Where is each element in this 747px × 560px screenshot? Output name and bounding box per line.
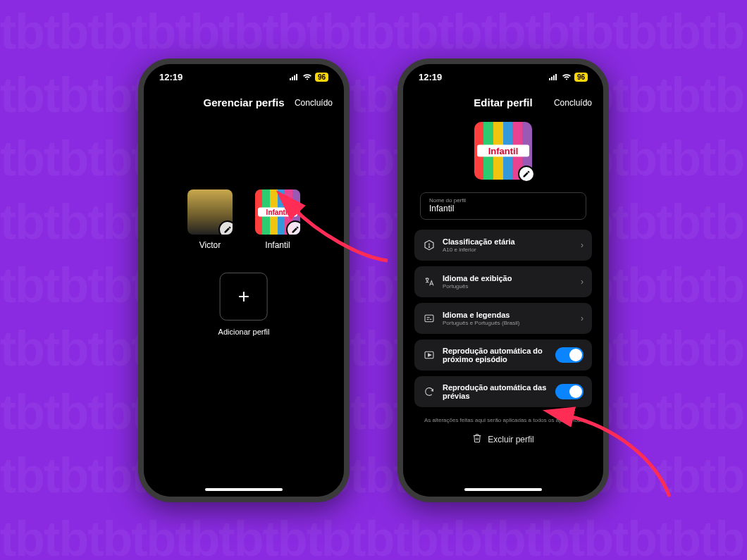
svg-rect-2 — [294, 75, 295, 80]
avatar: Infantil — [255, 189, 300, 235]
pencil-icon[interactable] — [218, 220, 233, 235]
add-profile-button[interactable]: + Adicionar perfil — [218, 273, 270, 336]
plus-icon: + — [238, 285, 249, 308]
language-icon — [423, 276, 436, 287]
status-time: 12:19 — [419, 72, 442, 82]
done-button[interactable]: Concluído — [295, 98, 333, 108]
svg-point-10 — [428, 247, 429, 247]
trash-icon — [472, 433, 482, 445]
done-button[interactable]: Concluído — [554, 98, 592, 108]
svg-marker-16 — [428, 354, 431, 356]
profile-avatar[interactable]: Infantil — [474, 122, 532, 180]
row-title: Classificação etária — [443, 237, 574, 246]
chevron-right-icon: › — [581, 277, 584, 287]
delete-profile-button[interactable]: Excluir perfil — [410, 433, 596, 445]
svg-rect-6 — [553, 75, 555, 80]
chevron-right-icon: › — [581, 313, 584, 323]
chevron-right-icon: › — [581, 240, 584, 250]
profile-victor[interactable]: Victor — [187, 189, 233, 250]
wifi-icon — [562, 72, 572, 82]
avatar-tag: Infantil — [258, 208, 297, 217]
row-subtitle: A10 e inferior — [443, 247, 574, 253]
avatar-tag: Infantil — [477, 145, 529, 157]
status-time: 12:19 — [159, 72, 183, 82]
toggle-autoplay-previews[interactable] — [555, 384, 584, 399]
profile-name-input[interactable]: Nome do perfil Infantil — [420, 192, 586, 220]
row-title: Idioma e legendas — [443, 311, 574, 319]
input-value: Infantil — [429, 204, 577, 213]
app-header: Gerenciar perfis Concluído — [144, 97, 344, 108]
footnote: As alterações feitas aqui serão aplicada… — [410, 417, 596, 423]
home-indicator[interactable] — [464, 488, 542, 491]
profile-infantil[interactable]: Infantil Infantil — [255, 189, 300, 250]
row-age-rating[interactable]: Classificação etária A10 e inferior › — [414, 230, 592, 261]
row-subtitle: Português — [443, 283, 574, 290]
profile-name: Victor — [199, 240, 221, 250]
row-subtitles[interactable]: Idioma e legendas Português e Português … — [414, 303, 592, 334]
battery-indicator: 96 — [315, 73, 328, 82]
signal-icon — [290, 72, 300, 82]
row-display-language[interactable]: Idioma de exibição Português › — [414, 266, 592, 297]
shield-icon — [423, 239, 436, 251]
status-bar: 12:19 96 — [144, 70, 344, 84]
svg-rect-1 — [292, 77, 293, 80]
app-header: Editar perfil Concluído — [403, 97, 603, 108]
status-bar: 12:19 96 — [403, 70, 603, 84]
delete-label: Excluir perfil — [488, 435, 533, 444]
home-indicator[interactable] — [205, 488, 283, 491]
row-title: Reprodução automática do próximo episódi… — [443, 347, 548, 363]
svg-rect-4 — [549, 78, 550, 80]
row-title: Reprodução automática das prévias — [443, 383, 548, 400]
input-label: Nome do perfil — [429, 197, 577, 204]
refresh-icon — [423, 386, 436, 397]
subtitles-icon — [423, 313, 436, 324]
row-autoplay-next: Reprodução automática do próximo episódi… — [414, 340, 592, 371]
play-next-icon — [423, 349, 436, 361]
pencil-icon[interactable] — [286, 220, 300, 235]
avatar — [187, 189, 233, 235]
svg-rect-11 — [425, 315, 433, 321]
profile-name: Infantil — [265, 240, 290, 250]
row-title: Idioma de exibição — [443, 274, 574, 282]
page-title: Editar perfil — [474, 97, 532, 108]
svg-rect-5 — [551, 77, 552, 80]
page-title: Gerenciar perfis — [203, 97, 284, 108]
svg-rect-3 — [296, 74, 297, 80]
phone-right: 12:19 96 Editar perfil Concluído — [397, 58, 609, 502]
svg-rect-7 — [555, 74, 557, 80]
row-subtitle: Português e Português (Brasil) — [443, 320, 574, 326]
toggle-autoplay-next[interactable] — [555, 347, 584, 363]
add-profile-label: Adicionar perfil — [218, 328, 270, 336]
signal-icon — [549, 72, 559, 82]
battery-indicator: 96 — [574, 73, 588, 82]
row-autoplay-previews: Reprodução automática das prévias — [414, 376, 592, 407]
wifi-icon — [302, 72, 312, 82]
svg-rect-0 — [290, 78, 291, 80]
phone-left: 12:19 96 Gerenciar perfis Concluído — [138, 58, 350, 502]
pencil-icon[interactable] — [518, 166, 535, 182]
